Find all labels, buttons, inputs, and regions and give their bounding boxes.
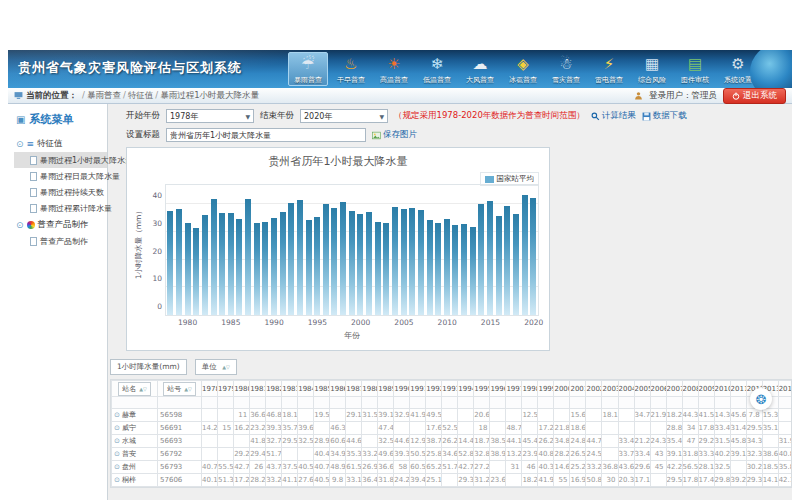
tree-item-普查产品制作[interactable]: 普查产品制作 [14,233,107,249]
bar-1987[interactable] [245,199,251,315]
bar-1995[interactable] [314,217,320,315]
bar-2005[interactable] [401,209,407,315]
bar-2015[interactable] [487,201,493,316]
bar-2018[interactable] [513,214,519,315]
chart-title-input[interactable] [166,128,366,142]
tree-group-特征值[interactable]: ⊙≡特征值 [14,135,107,152]
col-header-year-2008: 2008 [682,381,698,397]
data-download-button[interactable]: 数据下载 [642,110,687,122]
bar-2011[interactable] [452,225,458,315]
breadcrumb-link[interactable]: 暴雨普查 [87,90,121,100]
filter-cell [158,397,202,409]
nav-item-高温普查[interactable]: ☀高温普查 [374,52,414,86]
value-cell-2008: 17.8 [682,474,698,487]
value-cell-1992: 49.5 [426,409,442,422]
tree-item-暴雨过程累计降水量[interactable]: 暴雨过程累计降水量 [14,200,107,216]
value-cell-1988: 33.2 [362,448,378,461]
bar-2003[interactable] [383,223,389,315]
row-expand-icon[interactable]: ⊙ [114,437,120,445]
bar-2014[interactable] [478,204,484,315]
bar-2002[interactable] [375,222,381,315]
station-name: 赫章 [122,411,136,419]
logout-button[interactable]: 退出系统 [723,88,786,104]
bar-2008[interactable] [427,220,433,315]
value-cell-1989: 32.5 [378,435,394,448]
row-expand-icon[interactable]: ⊙ [114,411,120,419]
bar-1988[interactable] [254,223,260,315]
calc-result-button[interactable]: 计算结果 [591,110,636,122]
bar-1997[interactable] [331,208,337,315]
bar-2010[interactable] [444,219,450,315]
bar-1994[interactable] [306,220,312,315]
row-expand-icon[interactable]: ⊙ [114,463,120,471]
bar-2019[interactable] [522,195,528,315]
tree-item-暴雨过程持续天数[interactable]: 暴雨过程持续天数 [14,184,107,200]
bar-1986[interactable] [236,219,242,315]
nav-item-干旱普查[interactable]: ♨干旱普查 [331,52,371,86]
floating-theme-button[interactable]: ❂ [750,388,772,410]
bar-2004[interactable] [392,207,398,315]
row-expand-icon[interactable]: ⊙ [114,450,120,458]
tree-group-普查产品制作[interactable]: ⊙普查产品制作 [14,216,107,233]
bar-1996[interactable] [323,204,329,315]
nav-item-图件审核[interactable]: ▤图件审核 [675,52,715,86]
row-expand-icon[interactable]: ⊙ [114,424,120,432]
collapse-icon[interactable]: ⊙ [16,220,24,230]
measure-filter[interactable]: 1小时降水量(mm) [110,359,187,375]
bar-1999[interactable] [349,211,355,315]
nav-item-大风普查[interactable]: ☁大风普查 [460,52,500,86]
end-year-select[interactable]: 2020年 ▼ [300,109,388,123]
bar-1978[interactable] [167,211,173,315]
bar-1981[interactable] [193,228,199,315]
table-row-盘州: ⊙盘州5679340.755.542.72643.737.540.540.748… [112,461,793,474]
bar-2012[interactable] [461,224,467,315]
bar-2000[interactable] [357,214,363,315]
nav-item-雪灾普查[interactable]: ☃雪灾普查 [546,52,586,86]
nav-item-低温普查[interactable]: ❄低温普查 [417,52,457,86]
tree-item-暴雨过程1小时最大降水量[interactable]: 暴雨过程1小时最大降水量 [14,152,107,168]
bar-2017[interactable] [504,206,510,315]
value-cell-1986: 34.9 [330,448,346,461]
breadcrumb-link[interactable]: 特征值 [128,90,154,100]
bar-2013[interactable] [470,227,476,315]
value-cell-1982: 46.8 [266,409,282,422]
collapse-icon[interactable]: ⊙ [16,139,24,149]
value-cell-1983: 37.5 [282,461,298,474]
value-cell-1997: 13.2 [506,448,522,461]
chart-title: 贵州省历年1小时最大降水量 [127,148,549,169]
station-name-cell: ⊙桐梓 [112,474,158,487]
bar-1984[interactable] [219,213,225,315]
tree-item-暴雨过程日最大降水量[interactable]: 暴雨过程日最大降水量 [14,168,107,184]
breadcrumb-link[interactable]: 暴雨过程1小时最大降水量 [160,90,259,100]
bar-1989[interactable] [262,222,268,315]
bar-1982[interactable] [202,215,208,315]
bar-1983[interactable] [211,199,217,315]
bar-2009[interactable] [435,223,441,315]
bar-2001[interactable] [366,212,372,315]
value-cell-2002 [586,422,602,435]
save-image-button[interactable]: 保存图片 [372,129,417,141]
bar-2016[interactable] [496,216,502,315]
bar-2020[interactable] [530,198,536,315]
sort-station-name[interactable]: 站名▲▽ [118,382,151,396]
bar-1991[interactable] [280,212,286,315]
sort-station-id[interactable]: 站号▲▽ [163,382,196,396]
start-year-select[interactable]: 1978年 ▼ [166,109,254,123]
bar-2006[interactable] [409,208,415,315]
row-expand-icon[interactable]: ⊙ [114,476,120,484]
bar-1985[interactable] [228,213,234,315]
document-icon [30,188,37,197]
bar-1998[interactable] [340,202,346,315]
nav-item-暴雨普查[interactable]: ☔暴雨普查 [288,52,328,86]
nav-item-冰雹普查[interactable]: ◈冰雹普查 [503,52,543,86]
bar-1980[interactable] [185,223,191,315]
bar-1979[interactable] [176,209,182,315]
nav-item-综合风险[interactable]: ▦综合风险 [632,52,672,86]
nav-item-label: 综合风险 [638,75,666,85]
nav-item-雷电普查[interactable]: ⚡雷电普查 [589,52,629,86]
bar-1992[interactable] [288,203,294,315]
unit-filter[interactable]: 单位 ▲▽ [195,359,237,375]
bar-2007[interactable] [418,210,424,315]
bar-1990[interactable] [271,218,277,315]
bar-1993[interactable] [297,200,303,315]
